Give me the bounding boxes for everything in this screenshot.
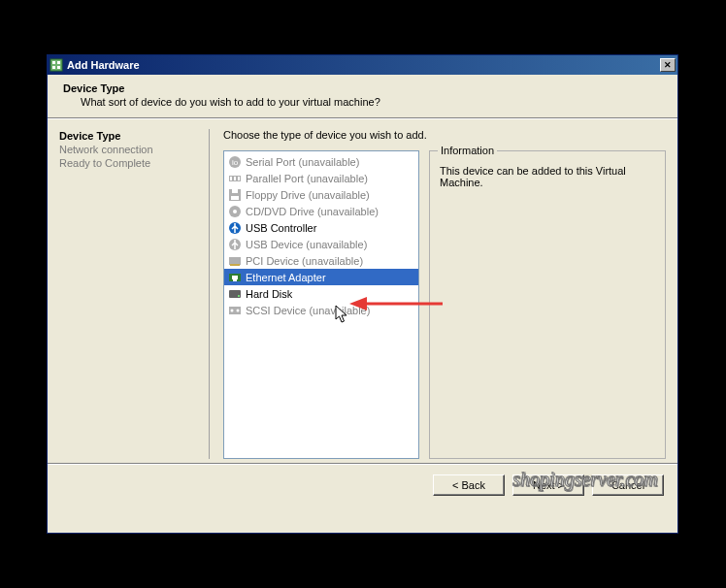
nav-step-1[interactable]: Network connection [59, 143, 203, 156]
device-item-serial: ioSerial Port (unavailable) [224, 153, 418, 170]
svg-rect-1 [52, 61, 55, 64]
app-icon [50, 58, 63, 72]
device-label: USB Device (unavailable) [246, 239, 367, 250]
svg-point-26 [231, 309, 234, 311]
window-title: Add Hardware [67, 59, 660, 71]
wizard-header: Device Type What sort of device do you w… [48, 75, 677, 117]
svg-rect-13 [231, 196, 239, 200]
header-subtitle: What sort of device do you wish to add t… [81, 96, 662, 108]
device-label: Parallel Port (unavailable) [246, 173, 368, 184]
close-button[interactable]: ✕ [660, 58, 676, 72]
svg-rect-18 [229, 257, 241, 265]
svg-rect-3 [52, 66, 55, 69]
cancel-button[interactable]: Cancel [592, 474, 664, 496]
floppy-icon [227, 187, 243, 203]
device-list[interactable]: ioSerial Port (unavailable)Parallel Port… [223, 150, 419, 459]
information-text: This device can be added to this Virtual… [440, 165, 655, 188]
pci-icon [227, 253, 243, 269]
device-label: CD/DVD Drive (unavailable) [246, 206, 379, 217]
instruction-text: Choose the type of device you wish to ad… [223, 129, 666, 141]
device-item-hdd[interactable]: Hard Disk [224, 285, 418, 302]
button-bar: < Back Next > Cancel [48, 465, 677, 506]
device-item-pci: PCI Device (unavailable) [224, 252, 418, 269]
nav-step-0[interactable]: Device Type [59, 129, 203, 143]
device-label: PCI Device (unavailable) [246, 255, 363, 267]
nav-step-2[interactable]: Ready to Complete [59, 156, 203, 170]
back-button[interactable]: < Back [433, 474, 505, 496]
device-label: Floppy Drive (unavailable) [246, 189, 370, 201]
svg-rect-4 [57, 66, 60, 69]
svg-rect-12 [232, 189, 238, 193]
svg-rect-8 [230, 177, 232, 180]
titlebar[interactable]: Add Hardware ✕ [48, 55, 677, 75]
device-label: Serial Port (unavailable) [246, 156, 359, 168]
serial-icon: io [227, 154, 243, 170]
device-item-cd: CD/DVD Drive (unavailable) [224, 203, 418, 219]
svg-rect-2 [57, 61, 60, 64]
device-item-usbdev: USB Device (unavailable) [224, 236, 418, 252]
svg-rect-21 [232, 276, 238, 279]
step-nav: Device TypeNetwork connectionReady to Co… [59, 129, 210, 459]
svg-point-15 [233, 210, 237, 213]
svg-rect-22 [233, 279, 237, 281]
usbdev-icon [227, 237, 243, 252]
ethernet-icon [227, 270, 243, 285]
add-hardware-dialog: Add Hardware ✕ Device Type What sort of … [47, 54, 678, 534]
device-item-ethernet[interactable]: Ethernet Adapter [224, 269, 418, 285]
parallel-icon [227, 171, 243, 186]
information-group: Information This device can be added to … [429, 150, 666, 459]
device-item-scsi: SCSI Device (unavailable) [224, 302, 418, 318]
svg-text:io: io [232, 158, 239, 167]
device-label: SCSI Device (unavailable) [246, 305, 370, 316]
svg-rect-10 [238, 177, 240, 180]
device-label: Ethernet Adapter [246, 272, 326, 283]
device-label: Hard Disk [246, 288, 292, 300]
device-item-parallel: Parallel Port (unavailable) [224, 170, 418, 186]
cd-icon [227, 204, 243, 219]
svg-rect-19 [230, 264, 240, 266]
device-item-usb[interactable]: USB Controller [224, 219, 418, 236]
information-legend: Information [438, 145, 497, 156]
svg-point-24 [238, 295, 240, 297]
svg-rect-0 [50, 59, 62, 71]
device-label: USB Controller [246, 222, 316, 234]
scsi-icon [227, 303, 243, 318]
svg-rect-9 [234, 177, 236, 180]
header-title: Device Type [63, 82, 662, 94]
next-button[interactable]: Next > [512, 474, 584, 496]
usb-icon [227, 220, 243, 236]
device-item-floppy: Floppy Drive (unavailable) [224, 186, 418, 203]
hdd-icon [227, 286, 243, 302]
svg-point-27 [237, 309, 240, 311]
